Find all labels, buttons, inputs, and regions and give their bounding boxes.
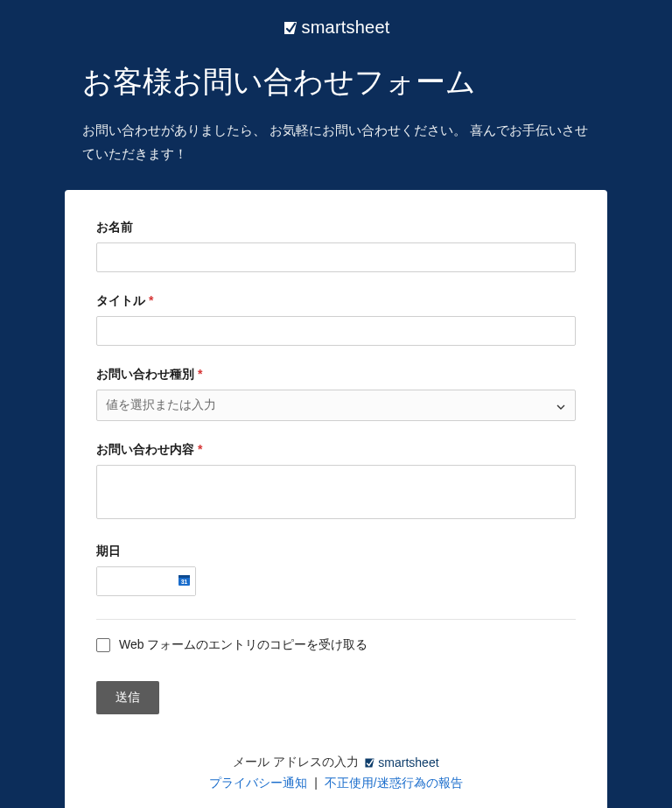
report-abuse-link[interactable]: 不正使用/迷惑行為の報告 bbox=[325, 776, 463, 790]
smartsheet-logo-icon bbox=[364, 757, 375, 769]
field-inquiry-content: お問い合わせ内容 * bbox=[96, 442, 576, 523]
svg-rect-1 bbox=[178, 575, 190, 578]
field-title: タイトル * bbox=[96, 293, 576, 346]
inquiry-content-label: お問い合わせ内容 bbox=[96, 442, 194, 458]
card-footer: メール アドレスの入力 smartsheet プライバシー通知 | 不正使用/迷… bbox=[96, 755, 576, 791]
required-marker: * bbox=[198, 442, 202, 456]
form-header: お客様お問い合わせフォーム お問い合わせがありましたら、 お気軽にお問い合わせく… bbox=[74, 62, 598, 165]
inquiry-type-label: お問い合わせ種別 bbox=[96, 367, 194, 383]
brand-logo-header: smartsheet bbox=[0, 18, 672, 38]
footer-separator: | bbox=[314, 776, 318, 790]
svg-text:31: 31 bbox=[180, 579, 187, 585]
page-title: お客様お問い合わせフォーム bbox=[82, 62, 590, 102]
calendar-icon: 31 bbox=[178, 573, 191, 589]
copy-checkbox[interactable] bbox=[96, 638, 110, 652]
deadline-label: 期日 bbox=[96, 544, 121, 559]
privacy-link[interactable]: プライバシー通知 bbox=[209, 776, 307, 790]
name-label: お名前 bbox=[96, 220, 133, 235]
page-description: お問い合わせがありましたら、 お気軽にお問い合わせください。 喜んでお手伝いさせ… bbox=[82, 118, 590, 165]
calendar-button[interactable]: 31 bbox=[172, 567, 195, 595]
footer-brand: smartsheet bbox=[364, 755, 438, 769]
inquiry-content-textarea[interactable] bbox=[96, 465, 576, 519]
submit-button[interactable]: 送信 bbox=[96, 681, 159, 714]
deadline-input[interactable] bbox=[97, 567, 172, 595]
copy-checkbox-row: Web フォームのエントリのコピーを受け取る bbox=[96, 637, 576, 653]
smartsheet-logo-icon bbox=[283, 20, 298, 36]
divider bbox=[96, 619, 576, 620]
field-inquiry-type: お問い合わせ種別 * 値を選択または入力 bbox=[96, 367, 576, 421]
footer-brand-name: smartsheet bbox=[378, 755, 438, 769]
title-input[interactable] bbox=[96, 316, 576, 346]
copy-checkbox-label: Web フォームのエントリのコピーを受け取る bbox=[119, 637, 368, 653]
footer-email-label: メール アドレスの入力 bbox=[233, 755, 359, 770]
required-marker: * bbox=[149, 293, 153, 307]
name-input[interactable] bbox=[96, 242, 576, 272]
required-marker: * bbox=[198, 367, 202, 381]
field-name: お名前 bbox=[96, 220, 576, 272]
brand-name: smartsheet bbox=[302, 18, 390, 38]
field-deadline: 期日 31 bbox=[96, 544, 576, 596]
inquiry-type-select[interactable]: 値を選択または入力 bbox=[96, 390, 576, 421]
form-card: お名前 タイトル * お問い合わせ種別 * 値を選択または入力 お問い合わせ内容… bbox=[65, 190, 607, 808]
title-label: タイトル bbox=[96, 293, 145, 309]
